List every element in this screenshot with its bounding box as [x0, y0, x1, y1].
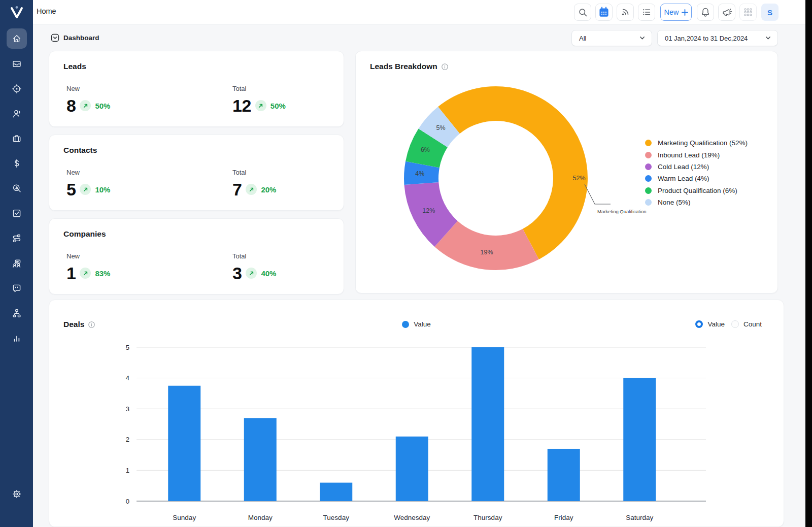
radio-value[interactable] [695, 320, 703, 328]
x-category-label: Friday [554, 514, 573, 521]
bar-friday[interactable] [548, 449, 580, 501]
sidebar-item-home[interactable] [7, 28, 27, 49]
x-category-label: Saturday [626, 514, 653, 521]
chevron-down-icon [640, 37, 645, 40]
bar-sunday[interactable] [168, 386, 200, 501]
new-label: New [66, 85, 110, 92]
x-category-label: Tuesday [323, 514, 350, 521]
legend-item[interactable]: Cold Lead (12%) [645, 161, 748, 173]
deals-bar-chart: 012345SundayMondayTuesdayWednesdayThursd… [49, 331, 785, 527]
deals-card: Deals Value Value Count 012345SundayMond… [49, 300, 784, 527]
announcements-button[interactable] [718, 4, 735, 21]
radio-value-label[interactable]: Value [707, 320, 725, 328]
legend-item[interactable]: Warm Lead (4%) [645, 173, 748, 184]
feed-icon [620, 7, 630, 17]
trend-up-icon [80, 100, 91, 111]
user-avatar[interactable]: S [761, 4, 779, 21]
total-label: Total [232, 169, 276, 176]
calendar-button[interactable] [595, 4, 613, 21]
new-label: New [66, 169, 110, 176]
sidebar-item-contacts[interactable] [12, 109, 22, 119]
value-count-toggle: Value Count [695, 320, 762, 328]
trend-up-icon [246, 268, 257, 279]
new-delta: 50% [95, 102, 110, 110]
companies-stat-card: Companies New 1 83% Total 3 40% [49, 218, 344, 294]
sidebar-item-engagements[interactable] [12, 258, 22, 269]
radio-count[interactable] [731, 320, 739, 328]
series-dot-icon [402, 321, 409, 328]
leads-stat-card: Leads New 8 50% Total 12 50% [49, 51, 344, 127]
callout-line [585, 184, 611, 204]
bar-saturday[interactable] [623, 378, 656, 501]
apps-menu-button[interactable] [739, 4, 757, 21]
sidebar-item-comments[interactable] [12, 283, 22, 293]
new-value: 5 [66, 181, 76, 198]
trend-up-icon [255, 100, 266, 111]
avatar-initial: S [767, 8, 772, 17]
apps-grid-icon [743, 7, 753, 17]
total-value: 12 [232, 97, 251, 114]
breadcrumb[interactable]: Dashboard [51, 34, 99, 42]
slice-label: 6% [421, 146, 430, 153]
pipeline-filter-select[interactable]: All [571, 30, 652, 46]
sidebar-item-companies[interactable] [12, 134, 22, 144]
y-tick-label: 2 [126, 436, 129, 443]
y-tick-label: 1 [126, 467, 129, 474]
date-range-value: 01 Jan,2024 to 31 Dec,2024 [665, 35, 748, 42]
contacts-stat-card: Contacts New 5 10% Total 7 20% [49, 135, 344, 211]
new-label: New [66, 252, 110, 260]
bar-wednesday[interactable] [396, 437, 428, 501]
deals-series-legend[interactable]: Value [49, 320, 784, 328]
sidebar-item-leads[interactable] [12, 84, 22, 94]
new-value: 8 [66, 97, 76, 114]
breadcrumb-label: Dashboard [63, 34, 99, 42]
search-icon [578, 8, 588, 17]
app-window: Home [0, 0, 812, 527]
total-delta: 20% [261, 185, 276, 194]
total-value: 3 [232, 265, 242, 282]
sidebar-item-inbox[interactable] [12, 59, 22, 69]
legend-dot-icon [645, 175, 652, 182]
sidebar-item-tasks[interactable] [12, 208, 22, 218]
bar-monday[interactable] [244, 418, 277, 501]
legend-label: Marketing Qualification (52%) [658, 139, 748, 147]
slice-label: 12% [422, 207, 435, 214]
leads-breakdown-card: Leads Breakdown 52%19%12%4%6%5%Marketing… [355, 51, 778, 293]
sidebar-item-reports[interactable] [12, 333, 22, 343]
new-button[interactable]: New [660, 4, 692, 21]
y-tick-label: 0 [126, 498, 129, 505]
vtiger-logo-icon[interactable] [9, 4, 25, 20]
search-button[interactable] [574, 4, 591, 21]
list-icon [641, 7, 652, 17]
x-category-label: Wednesday [394, 514, 430, 521]
dashboard-icon [51, 34, 59, 42]
new-delta: 10% [95, 185, 110, 194]
new-value: 1 [66, 265, 76, 282]
lists-button[interactable] [638, 4, 655, 21]
y-tick-label: 3 [126, 405, 129, 413]
sidebar-item-forecast[interactable] [12, 183, 22, 193]
sidebar-item-deals[interactable] [12, 158, 22, 169]
radio-count-label[interactable]: Count [743, 320, 762, 328]
total-label: Total [232, 85, 286, 92]
card-title: Leads [63, 62, 86, 71]
legend-item[interactable]: Product Qualification (6%) [645, 185, 748, 196]
sidebar-item-pipelines[interactable] [12, 233, 22, 243]
legend-item[interactable]: Inbound Lead (19%) [645, 149, 748, 160]
donut-legend: Marketing Qualification (52%)Inbound Lea… [645, 137, 748, 208]
legend-label: None (5%) [658, 199, 691, 206]
notifications-button[interactable] [697, 4, 714, 21]
legend-label: Product Qualification (6%) [658, 187, 737, 194]
legend-label: Warm Lead (4%) [658, 175, 709, 182]
date-range-select[interactable]: 01 Jan,2024 to 31 Dec,2024 [657, 30, 778, 46]
legend-item[interactable]: None (5%) [645, 196, 748, 208]
chevron-down-icon [766, 37, 770, 40]
bar-tuesday[interactable] [320, 483, 352, 501]
feeds-button[interactable] [617, 4, 634, 21]
legend-dot-icon [645, 199, 652, 206]
bar-thursday[interactable] [471, 347, 504, 501]
legend-item[interactable]: Marketing Qualification (52%) [645, 137, 748, 149]
settings-gear-icon[interactable] [12, 489, 22, 499]
sidebar-item-org-chart[interactable] [12, 308, 22, 318]
calendar-icon [598, 7, 610, 18]
